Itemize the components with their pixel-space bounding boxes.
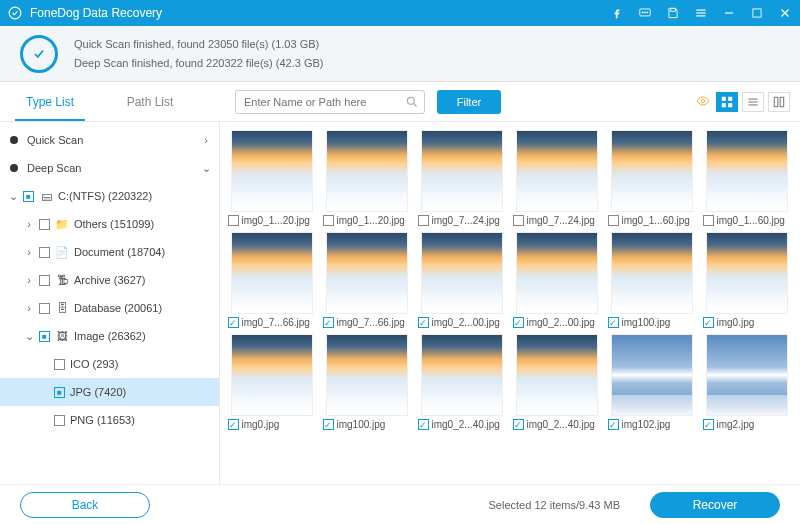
tree-others[interactable]: ›📁Others (151099) [0, 210, 219, 238]
checkbox[interactable] [39, 275, 50, 286]
save-icon[interactable] [666, 6, 680, 20]
tab-path-list[interactable]: Path List [100, 82, 200, 121]
checkbox[interactable] [39, 331, 50, 342]
thumbnail-image[interactable] [611, 334, 693, 416]
tree-drive[interactable]: ⌄🖴C:(NTFS) (220322) [0, 182, 219, 210]
thumbnail-checkbox[interactable] [228, 317, 239, 328]
thumbnail-image[interactable] [421, 130, 503, 212]
thumbnail-checkbox[interactable] [323, 215, 334, 226]
feedback-icon[interactable] [638, 6, 652, 20]
svg-rect-24 [780, 97, 784, 106]
search-input[interactable] [235, 90, 425, 114]
thumbnail-image[interactable] [516, 334, 598, 416]
thumbnail-item[interactable]: img0_1...20.jpg [321, 130, 412, 226]
thumbnail-filename: img0_2...00.jpg [432, 317, 500, 328]
maximize-icon[interactable] [750, 6, 764, 20]
checkbox[interactable] [39, 219, 50, 230]
thumbnail-image[interactable] [706, 130, 788, 212]
thumbnail-checkbox[interactable] [418, 215, 429, 226]
checkbox[interactable] [39, 247, 50, 258]
tree-document[interactable]: ›📄Document (18704) [0, 238, 219, 266]
thumbnail-image[interactable] [611, 232, 693, 314]
thumbnail-filename: img0_7...66.jpg [242, 317, 310, 328]
thumbnail-image[interactable] [421, 334, 503, 416]
thumbnail-item[interactable]: img0_1...60.jpg [606, 130, 697, 226]
tree-jpg[interactable]: JPG (7420) [0, 378, 219, 406]
thumbnail-image[interactable] [611, 130, 693, 212]
thumbnail-image[interactable] [516, 130, 598, 212]
thumbnail-item[interactable]: img0.jpg [226, 334, 317, 430]
back-button[interactable]: Back [20, 492, 150, 518]
view-detail-button[interactable] [768, 92, 790, 112]
thumbnail-checkbox[interactable] [703, 215, 714, 226]
close-icon[interactable] [778, 6, 792, 20]
checkbox[interactable] [23, 191, 34, 202]
thumbnail-item[interactable]: img0_7...66.jpg [226, 232, 317, 328]
thumbnail-item[interactable]: img0_7...24.jpg [416, 130, 507, 226]
thumbnail-item[interactable]: img0_1...20.jpg [226, 130, 317, 226]
checkbox[interactable] [54, 415, 65, 426]
thumbnail-item[interactable]: img2.jpg [701, 334, 792, 430]
thumbnail-checkbox[interactable] [513, 317, 524, 328]
thumbnail-checkbox[interactable] [608, 215, 619, 226]
tree-database[interactable]: ›🗄Database (20061) [0, 294, 219, 322]
thumbnail-item[interactable]: img0.jpg [701, 232, 792, 328]
thumbnail-item[interactable]: img0_7...66.jpg [321, 232, 412, 328]
minimize-icon[interactable] [722, 6, 736, 20]
thumbnail-item[interactable]: img0_2...40.jpg [416, 334, 507, 430]
tree-quick-scan[interactable]: Quick Scan› [0, 126, 219, 154]
thumbnail-image[interactable] [326, 334, 408, 416]
tree-archive[interactable]: ›🗜Archive (3627) [0, 266, 219, 294]
search-icon[interactable] [405, 95, 419, 111]
thumbnail-checkbox[interactable] [228, 215, 239, 226]
thumbnail-item[interactable]: img0_2...00.jpg [416, 232, 507, 328]
thumbnail-checkbox[interactable] [418, 419, 429, 430]
tab-type-list[interactable]: Type List [0, 82, 100, 121]
app-logo-icon [8, 6, 22, 20]
checkbox[interactable] [39, 303, 50, 314]
thumbnail-checkbox[interactable] [703, 419, 714, 430]
thumbnail-item[interactable]: img0_2...40.jpg [511, 334, 602, 430]
thumbnail-item[interactable]: img0_7...24.jpg [511, 130, 602, 226]
thumbnail-image[interactable] [326, 130, 408, 212]
thumbnail-item[interactable]: img0_2...00.jpg [511, 232, 602, 328]
view-grid-button[interactable] [716, 92, 738, 112]
thumbnail-image[interactable] [706, 334, 788, 416]
thumbnail-checkbox[interactable] [608, 317, 619, 328]
thumbnail-checkbox[interactable] [703, 317, 714, 328]
thumbnail-image[interactable] [516, 232, 598, 314]
tree-png[interactable]: PNG (11653) [0, 406, 219, 434]
thumbnail-image[interactable] [231, 232, 313, 314]
thumbnail-image[interactable] [706, 232, 788, 314]
thumbnail-checkbox[interactable] [228, 419, 239, 430]
chevron-right-icon: › [24, 302, 34, 314]
thumbnail-image[interactable] [421, 232, 503, 314]
filter-button[interactable]: Filter [437, 90, 501, 114]
preview-icon[interactable] [696, 94, 710, 110]
checkbox[interactable] [54, 387, 65, 398]
tree-ico[interactable]: ICO (293) [0, 350, 219, 378]
thumbnail-image[interactable] [326, 232, 408, 314]
thumbnail-checkbox[interactable] [418, 317, 429, 328]
thumbnail-checkbox[interactable] [513, 215, 524, 226]
selection-status: Selected 12 items/9.43 MB [489, 499, 620, 511]
menu-icon[interactable] [694, 6, 708, 20]
thumbnail-item[interactable]: img0_1...60.jpg [701, 130, 792, 226]
thumbnail-item[interactable]: img102.jpg [606, 334, 697, 430]
thumbnail-checkbox[interactable] [608, 419, 619, 430]
thumbnail-item[interactable]: img100.jpg [606, 232, 697, 328]
facebook-icon[interactable] [610, 6, 624, 20]
svg-rect-5 [671, 8, 676, 11]
checkbox[interactable] [54, 359, 65, 370]
recover-button[interactable]: Recover [650, 492, 780, 518]
thumbnail-item[interactable]: img100.jpg [321, 334, 412, 430]
titlebar: FoneDog Data Recovery [0, 0, 800, 26]
thumbnail-image[interactable] [231, 334, 313, 416]
tree-deep-scan[interactable]: Deep Scan⌄ [0, 154, 219, 182]
thumbnail-checkbox[interactable] [513, 419, 524, 430]
view-list-button[interactable] [742, 92, 764, 112]
thumbnail-checkbox[interactable] [323, 317, 334, 328]
tree-image[interactable]: ⌄🖼Image (26362) [0, 322, 219, 350]
thumbnail-image[interactable] [231, 130, 313, 212]
thumbnail-checkbox[interactable] [323, 419, 334, 430]
